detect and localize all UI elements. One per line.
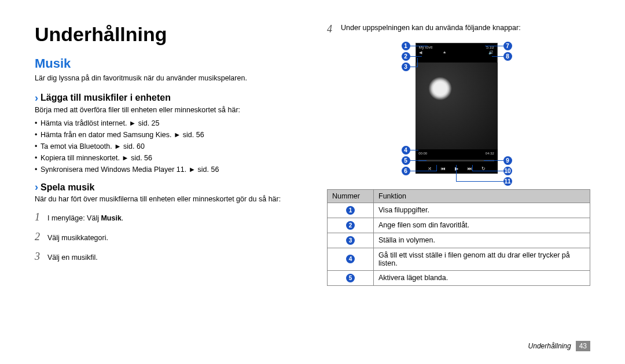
step-item: 3 Välj en musikfil. — [35, 247, 298, 266]
back-icon: ◀ — [419, 50, 422, 55]
callout-3: 3 — [402, 62, 410, 71]
callout-2: 2 — [402, 52, 410, 61]
table-row: 1 Visa filuppgifter. — [328, 203, 590, 218]
left-column: Underhållning Musik Lär dig lyssna på di… — [35, 23, 298, 286]
row-number-badge: 3 — [346, 236, 355, 245]
table-header-row: Nummer Funktion — [328, 189, 590, 203]
album-art — [416, 62, 498, 149]
table-row: 2 Ange filen som din favoritlåt. — [328, 218, 590, 233]
table-cell-function: Gå till ett visst ställe i filen genom a… — [374, 248, 590, 270]
prev-icon: ⏮ — [441, 166, 446, 171]
player-figure: My love 5.10 ◀ ★ 🔊 00:00 04:32 — [369, 42, 549, 178]
section-intro: Lär dig lyssna på din favoritmusik när d… — [35, 73, 298, 84]
total-time: 04:32 — [486, 152, 494, 155]
next-icon: ⏭ — [468, 166, 472, 171]
subsection-title: Lägga till musikfiler i enheten — [41, 93, 171, 103]
step-text: Under uppspelningen kan du använda följa… — [341, 23, 521, 34]
progress-bar — [418, 160, 494, 161]
list-item: Hämta från en dator med Samsung Kies. ► … — [35, 129, 298, 141]
row-number-badge: 5 — [346, 274, 355, 282]
right-column: 4 Under uppspelningen kan du använda föl… — [327, 23, 590, 286]
callout-1: 1 — [402, 42, 410, 50]
bullet-list: Hämta via trådlöst internet. ► sid. 25 H… — [35, 117, 298, 175]
chevron-icon: › — [35, 181, 38, 193]
subsection-play-music: › Spela musik — [35, 181, 298, 193]
player-controls: 00:00 04:32 ⤨ ⏮ ▶ ⏭ ↻ — [416, 149, 498, 174]
callout-10: 10 — [503, 167, 512, 175]
callout-11: 11 — [503, 177, 512, 186]
play-icon: ▶ — [455, 166, 458, 171]
list-item: Synkronisera med Windows Media Player 11… — [35, 164, 298, 175]
chevron-icon: › — [35, 92, 38, 104]
step-number: 2 — [35, 227, 43, 247]
list-item: Hämta via trådlöst internet. ► sid. 25 — [35, 117, 298, 129]
subsection-title: Spela musik — [41, 182, 94, 193]
step-number: 1 — [35, 207, 43, 227]
callout-6: 6 — [402, 167, 410, 175]
table-row: 3 Ställa in volymen. — [328, 233, 590, 248]
callout-4: 4 — [402, 146, 410, 155]
steps-list: 1 I menyläge: Välj Musik. 2 Välj musikka… — [35, 207, 298, 267]
subsection-add-files: › Lägga till musikfiler i enheten — [35, 92, 298, 104]
table-header-function: Funktion — [374, 189, 590, 203]
row-number-badge: 1 — [346, 206, 355, 215]
step-number: 4 — [327, 23, 335, 35]
list-item: Ta emot via Bluetooth. ► sid. 60 — [35, 141, 298, 152]
step-number: 3 — [35, 247, 43, 266]
section-title: Musik — [35, 56, 298, 71]
callout-9: 9 — [503, 156, 512, 165]
step-text: Välj musikkategori. — [47, 231, 108, 245]
table-cell-function: Aktivera läget blanda. — [374, 270, 590, 285]
table-cell-function: Visa filuppgifter. — [374, 203, 590, 218]
table-cell-function: Ställa in volymen. — [374, 233, 590, 248]
step-text: Välj en musikfil. — [47, 251, 98, 265]
volume-icon: 🔊 — [488, 50, 494, 55]
elapsed-time: 00:00 — [418, 152, 427, 155]
list-item: Kopiera till minneskortet. ► sid. 56 — [35, 152, 298, 164]
callout-7: 7 — [503, 42, 512, 50]
step-item: 2 Välj musikkategori. — [35, 227, 298, 247]
row-number-badge: 4 — [346, 255, 355, 263]
subsection-intro: Börja med att överföra filer till enhete… — [35, 105, 298, 116]
callout-8: 8 — [503, 52, 512, 61]
table-row: 4 Gå till ett visst ställe i filen genom… — [328, 248, 590, 270]
callout-5: 5 — [402, 156, 410, 165]
page-title: Underhållning — [35, 23, 298, 46]
step-item: 1 I menyläge: Välj Musik. — [35, 207, 298, 227]
page-footer: Underhållning 43 — [528, 341, 590, 351]
subsection-intro: När du har fört över musikfilerna till e… — [35, 194, 298, 205]
function-table: Nummer Funktion 1 Visa filuppgifter. 2 A… — [327, 189, 590, 286]
row-number-badge: 2 — [346, 221, 355, 230]
footer-section-label: Underhållning — [528, 342, 571, 350]
step-text: I menyläge: Välj Musik. — [47, 212, 123, 226]
table-header-number: Nummer — [328, 189, 374, 203]
page-number: 43 — [576, 341, 590, 351]
table-cell-function: Ange filen som din favoritlåt. — [374, 218, 590, 233]
screen-top-bar: My love 5.10 ◀ ★ 🔊 — [416, 43, 497, 63]
step-4-row: 4 Under uppspelningen kan du använda föl… — [327, 23, 590, 36]
table-row: 5 Aktivera läget blanda. — [328, 270, 590, 285]
fav-icon: ★ — [443, 50, 446, 55]
